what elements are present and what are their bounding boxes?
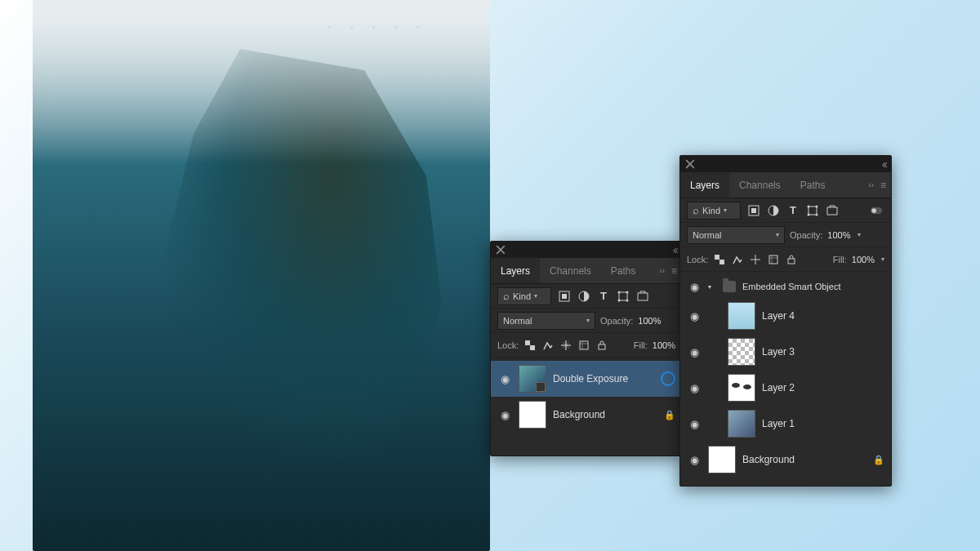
fill-value[interactable]: 100% — [852, 255, 875, 264]
expand-icon[interactable]: ›› — [659, 266, 665, 275]
layer-row[interactable]: ◉ Double Exposure — [491, 361, 682, 397]
filter-kind-dropdown[interactable]: ⌕ Kind ▾ — [687, 202, 741, 220]
visibility-icon[interactable]: ◉ — [497, 373, 512, 385]
tab-layers[interactable]: Layers — [491, 258, 540, 283]
panel-titlebar[interactable]: ‹‹ — [680, 156, 891, 172]
filter-adjustment-icon[interactable] — [577, 290, 590, 303]
lock-row: Lock: Fill: 100% ▾ — [680, 247, 891, 272]
layer-row[interactable]: ◉ Background 🔒 — [680, 442, 891, 478]
filter-type-icon[interactable]: T — [597, 290, 610, 303]
svg-point-18 — [816, 205, 818, 207]
lock-all-icon[interactable] — [785, 253, 798, 266]
lock-transparent-icon[interactable] — [523, 339, 537, 352]
lock-transparent-icon[interactable] — [713, 253, 726, 266]
layer-row[interactable]: ◉ Layer 1 — [680, 406, 891, 442]
filter-kind-dropdown[interactable]: ⌕ Kind ▾ — [497, 287, 551, 305]
layer-thumbnail[interactable] — [519, 401, 546, 429]
tab-channels[interactable]: Channels — [729, 172, 791, 198]
layer-thumbnail[interactable] — [708, 446, 736, 473]
layer-row[interactable]: ◉ Layer 3 — [680, 334, 891, 370]
visibility-icon[interactable]: ◉ — [687, 310, 702, 322]
blend-mode-dropdown[interactable]: Normal ▾ — [497, 312, 595, 330]
lock-artboard-icon[interactable] — [767, 253, 780, 266]
filter-toggle[interactable] — [868, 204, 884, 217]
layer-row[interactable]: ◉ Layer 4 — [680, 298, 891, 334]
opacity-value[interactable]: 100% — [827, 230, 850, 240]
panel-tabs: Layers Channels Paths ›› ≡ — [680, 172, 891, 198]
visibility-icon[interactable]: ◉ — [687, 281, 702, 293]
layer-row[interactable]: ◉ Layer 2 — [680, 370, 891, 406]
svg-point-7 — [626, 299, 629, 301]
filter-smartobject-icon[interactable] — [826, 204, 839, 217]
filter-pixel-icon[interactable] — [558, 290, 571, 303]
lock-all-icon[interactable] — [595, 339, 608, 352]
filter-type-icon[interactable]: T — [786, 204, 800, 217]
panel-menu-icon[interactable]: ≡ — [880, 180, 886, 191]
lock-icon[interactable]: 🔒 — [664, 410, 675, 420]
filter-pixel-icon[interactable] — [747, 204, 760, 217]
filter-shape-icon[interactable] — [617, 290, 630, 303]
opacity-value[interactable]: 100% — [638, 316, 661, 326]
filter-adjustment-icon[interactable] — [767, 204, 780, 217]
tab-paths[interactable]: Paths — [791, 172, 835, 198]
layer-name[interactable]: Layer 4 — [762, 310, 884, 322]
svg-rect-16 — [808, 207, 817, 215]
tab-layers[interactable]: Layers — [680, 172, 729, 198]
panel-collapse-icon[interactable]: ‹‹ — [882, 158, 886, 171]
svg-rect-27 — [788, 259, 795, 264]
expand-icon[interactable]: ›› — [868, 180, 874, 189]
layer-thumbnail[interactable] — [519, 365, 546, 393]
search-icon: ⌕ — [503, 290, 510, 302]
svg-point-23 — [871, 208, 876, 213]
visibility-icon[interactable]: ◉ — [687, 346, 702, 358]
panel-collapse-icon[interactable]: ‹‹ — [673, 243, 677, 256]
lock-position-icon[interactable] — [559, 339, 572, 352]
layer-thumbnail[interactable] — [728, 338, 755, 366]
lock-image-icon[interactable] — [731, 253, 744, 266]
visibility-icon[interactable]: ◉ — [687, 418, 702, 430]
layer-name[interactable]: Layer 3 — [762, 346, 884, 358]
blend-mode-dropdown[interactable]: Normal ▾ — [687, 226, 785, 244]
tab-channels[interactable]: Channels — [540, 258, 601, 283]
layer-group-row[interactable]: ◉ ▾ Embedded Smart Object — [680, 275, 891, 298]
layer-name[interactable]: Background — [553, 409, 657, 420]
panel-titlebar[interactable]: ‹‹ — [491, 242, 682, 258]
panel-menu-icon[interactable]: ≡ — [671, 265, 677, 277]
lock-label: Lock: — [687, 255, 708, 264]
layer-thumbnail[interactable] — [728, 302, 755, 330]
layer-name[interactable]: Layer 1 — [762, 418, 884, 429]
tab-paths[interactable]: Paths — [601, 258, 646, 283]
chevron-down-icon[interactable]: ▾ — [881, 256, 884, 263]
svg-point-20 — [816, 213, 818, 216]
group-name[interactable]: Embedded Smart Object — [742, 282, 884, 291]
layer-row[interactable]: ◉ Background 🔒 — [491, 397, 682, 433]
expand-arrow-icon[interactable]: ▾ — [708, 283, 716, 291]
chevron-down-icon[interactable]: ▾ — [858, 231, 861, 238]
lock-icon[interactable]: 🔒 — [873, 455, 884, 465]
folder-icon — [723, 281, 736, 292]
layer-name[interactable]: Double Exposure — [553, 373, 654, 384]
layer-name[interactable]: Layer 2 — [762, 382, 884, 393]
visibility-icon[interactable]: ◉ — [497, 409, 512, 421]
svg-point-17 — [808, 205, 810, 207]
lock-row: Lock: Fill: 100% — [491, 333, 682, 358]
visibility-icon[interactable]: ◉ — [687, 382, 702, 394]
chevron-down-icon: ▾ — [586, 317, 590, 324]
layer-thumbnail[interactable] — [728, 374, 755, 402]
visibility-icon[interactable]: ◉ — [687, 454, 702, 466]
fill-label: Fill: — [634, 340, 648, 350]
filter-smartobject-icon[interactable] — [636, 290, 649, 303]
lock-position-icon[interactable] — [749, 253, 762, 266]
blend-row: Normal ▾ Opacity: 100% — [491, 309, 682, 333]
layer-name[interactable]: Background — [742, 454, 866, 465]
canvas-artwork[interactable]: ˅ ˅ ˅ ˅ ˅ — [33, 0, 490, 551]
layer-thumbnail[interactable] — [728, 410, 755, 438]
svg-rect-3 — [619, 292, 627, 300]
lock-label: Lock: — [497, 340, 519, 350]
lock-artboard-icon[interactable] — [577, 339, 590, 352]
lock-image-icon[interactable] — [541, 339, 555, 352]
filter-shape-icon[interactable] — [806, 204, 819, 217]
close-icon[interactable] — [496, 245, 506, 255]
fill-value[interactable]: 100% — [653, 340, 675, 350]
close-icon[interactable] — [685, 159, 695, 169]
